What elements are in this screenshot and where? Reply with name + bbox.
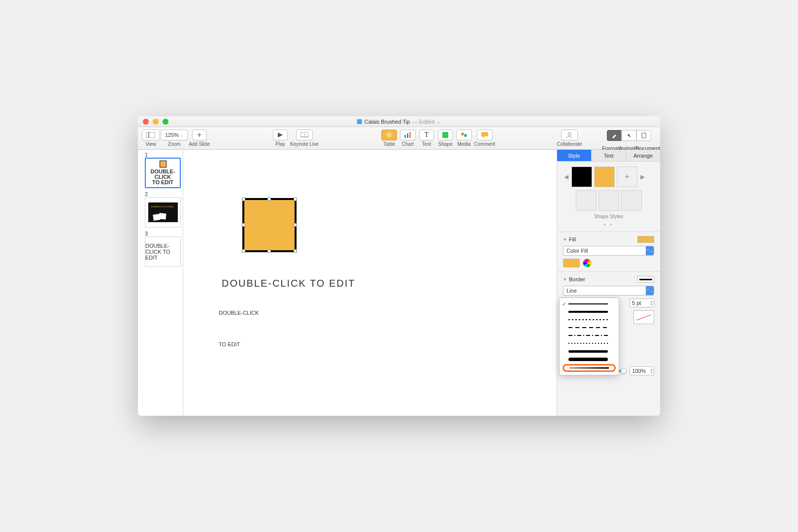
svg-rect-1 (149, 132, 155, 138)
play-button[interactable]: Play (271, 129, 289, 148)
slide-content: DOUBLE-CLICK TO EDIT DOUBLE-CLICKTO EDIT (183, 150, 557, 416)
line-style-option[interactable] (560, 316, 619, 324)
svg-point-12 (461, 133, 464, 135)
text-button[interactable]: T Text (418, 129, 435, 148)
slide-thumbnail-3[interactable]: DOUBLE-CLICK TO EDIT (145, 236, 181, 267)
slide-navigator: 1 DOUBLE-CLICKTO EDIT 2 DOUBLE-CLICK TO … (138, 150, 183, 416)
color-wheel-icon[interactable] (583, 259, 592, 267)
svg-rect-18 (642, 133, 646, 138)
svg-point-16 (568, 133, 571, 135)
document-button[interactable] (636, 126, 651, 145)
inspector-mode-segment: Format Animate Document (602, 126, 656, 151)
svg-point-13 (464, 134, 467, 137)
resize-handle[interactable] (294, 198, 297, 201)
shape-style-preset[interactable] (594, 166, 615, 187)
fill-section: ▼Fill Color Fill ⌃⌄ (557, 232, 660, 271)
slide-number: 2 (145, 191, 181, 197)
slide-thumbnail-2[interactable]: DOUBLE-CLICK TO EDIT (145, 197, 181, 228)
zoom-button[interactable]: 125%⌄ Zoom (161, 129, 188, 148)
shape-style-preset[interactable] (576, 190, 597, 211)
border-preview-swatch[interactable] (637, 276, 654, 283)
svg-rect-10 (407, 133, 408, 138)
slide-thumbnail-1[interactable]: DOUBLE-CLICKTO EDIT (145, 158, 181, 188)
title-text[interactable]: DOUBLE-CLICKTO EDIT (219, 289, 259, 352)
border-label: Border (569, 276, 585, 282)
shape-style-preset[interactable] (598, 190, 619, 211)
comment-button[interactable]: Comment (474, 129, 495, 148)
zoom-icon[interactable] (163, 119, 168, 125)
slide-number: 1 (145, 152, 181, 158)
table-button[interactable]: Table (380, 129, 398, 148)
close-icon[interactable] (143, 119, 149, 125)
collaborate-button[interactable]: Collaborate (557, 129, 582, 148)
resize-handle[interactable] (242, 223, 245, 227)
subtitle-text[interactable]: DOUBLE-CLICK TO EDIT (222, 278, 356, 289)
line-style-option[interactable] (560, 355, 619, 363)
line-style-option[interactable] (560, 308, 619, 316)
chart-button[interactable]: Chart (399, 129, 417, 148)
media-button[interactable]: Media (455, 129, 473, 148)
resize-handle[interactable] (242, 249, 245, 253)
shape-styles-label: Shape Styles (563, 214, 654, 219)
line-style-option-highlighted[interactable] (563, 364, 616, 372)
shape-button[interactable]: Shape (436, 129, 454, 148)
line-style-option[interactable] (560, 339, 619, 347)
page-dots: ● ● (563, 222, 654, 227)
svg-marker-15 (483, 136, 485, 138)
fill-preview-swatch[interactable] (637, 236, 654, 243)
line-style-option[interactable] (560, 332, 619, 339)
shape-styles-panel: ◀ + ▶ Shape Styles ● ● (557, 162, 660, 232)
styles-prev-icon[interactable]: ◀ (563, 173, 569, 180)
selected-shape[interactable] (242, 198, 297, 252)
titlebar: Calais Brushed Tip — Edited ⌄ (138, 116, 660, 127)
resize-handle[interactable] (267, 249, 271, 253)
app-window: Calais Brushed Tip — Edited ⌄ View 125%⌄… (138, 116, 660, 416)
chevron-down-icon[interactable]: ⌄ (437, 119, 441, 124)
disclosure-triangle-icon[interactable]: ▼ (563, 277, 567, 282)
animate-button[interactable] (622, 126, 636, 145)
fill-label: Fill (569, 236, 576, 242)
opacity-stepper[interactable]: 100% ▴▾ (630, 366, 654, 375)
line-style-option[interactable] (560, 347, 619, 355)
resize-handle[interactable] (267, 198, 271, 201)
format-button[interactable] (607, 126, 622, 145)
resize-handle[interactable] (242, 198, 245, 201)
document-name: Calais Brushed Tip (365, 119, 410, 125)
circle-shape (183, 298, 195, 324)
styles-next-icon[interactable]: ▶ (639, 173, 646, 180)
tab-arrange[interactable]: Arrange (626, 150, 660, 161)
keynote-doc-icon (357, 119, 362, 124)
border-width-stepper[interactable]: 5 pt ▴▾ (630, 299, 654, 307)
disclosure-triangle-icon[interactable]: ▼ (563, 237, 567, 242)
svg-marker-17 (627, 133, 632, 138)
svg-rect-9 (404, 135, 406, 138)
line-style-option[interactable] (560, 324, 619, 332)
svg-marker-2 (278, 133, 283, 137)
tab-style[interactable]: Style (557, 150, 592, 161)
slide-number: 3 (145, 231, 181, 236)
resize-handle[interactable] (294, 249, 297, 253)
shape-style-preset[interactable] (621, 190, 642, 211)
view-button[interactable]: View (142, 129, 160, 148)
border-type-select[interactable]: Line ⌃⌄ (563, 286, 654, 296)
line-style-option[interactable]: ✓ (560, 300, 619, 308)
window-title: Calais Brushed Tip — Edited ⌄ (357, 119, 441, 125)
tab-text[interactable]: Text (592, 150, 626, 161)
fill-type-select[interactable]: Color Fill ⌃⌄ (563, 246, 654, 256)
shape-style-preset[interactable] (571, 166, 592, 187)
svg-rect-11 (409, 132, 411, 138)
slide-canvas[interactable]: DOUBLE-CLICK TO EDIT DOUBLE-CLICKTO EDIT (183, 150, 557, 416)
fill-color-swatch[interactable] (563, 259, 580, 267)
add-style-button[interactable]: + (617, 166, 637, 187)
keynote-live-button[interactable]: Keynote Live (290, 129, 319, 148)
format-inspector: Style Text Arrange ◀ + ▶ Shape Styles (557, 150, 660, 416)
no-shadow-swatch[interactable] (633, 310, 654, 324)
line-style-popup: ✓ (559, 298, 619, 375)
document-status: — Edited (412, 119, 434, 125)
resize-handle[interactable] (294, 223, 297, 227)
svg-point-4 (304, 134, 305, 135)
minimize-icon[interactable] (153, 119, 159, 125)
inspector-tabs: Style Text Arrange (557, 150, 660, 162)
add-slide-button[interactable]: + Add Slide (189, 129, 210, 148)
window-controls (138, 119, 168, 125)
